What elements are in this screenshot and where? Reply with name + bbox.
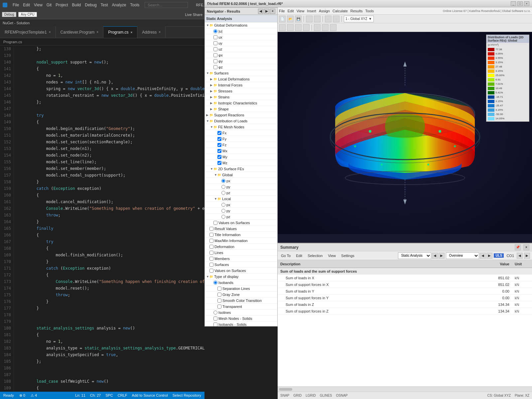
navigator-prev-button[interactable]: ◀ xyxy=(258,9,263,14)
rfem-lgrid[interactable]: LGRID xyxy=(306,394,316,397)
nav-tree-item[interactable]: ▼📁Local xyxy=(205,196,277,202)
overview-next-button[interactable]: ▶ xyxy=(486,253,492,259)
vs-menu-test[interactable]: Test xyxy=(101,3,108,7)
tb-render2[interactable]: ◎ xyxy=(322,24,329,31)
nav-tree-item[interactable]: ▼📁Global xyxy=(205,172,277,178)
tb-view2[interactable]: ⊟ xyxy=(287,24,294,31)
nav-tree-item[interactable]: pz xyxy=(205,190,277,196)
nav-item-input[interactable] xyxy=(209,239,213,243)
nav-tree-item[interactable]: Max/Min Information xyxy=(205,238,277,244)
nav-tree-item[interactable]: ▶📁Local Deformations xyxy=(205,76,277,82)
nav-item-input[interactable] xyxy=(209,233,213,237)
nav-tree-item[interactable]: ▼📁FE Mesh Nodes xyxy=(205,124,277,130)
tb-render3[interactable]: ○ xyxy=(330,24,336,31)
nav-tree-item[interactable]: Fy xyxy=(205,136,277,142)
nav-tree-item[interactable]: ▶📁Support Reactions xyxy=(205,112,277,118)
rfem-grid[interactable]: GRID xyxy=(293,394,302,397)
sum-edit-menu[interactable]: Edit xyxy=(295,254,304,258)
tb-view3[interactable]: ⊠ xyxy=(295,24,302,31)
nav-item-input[interactable] xyxy=(213,29,217,33)
vs-tab-2[interactable]: Program.cs × xyxy=(103,26,137,38)
nav-item-input[interactable] xyxy=(209,227,213,231)
sum-view-menu[interactable]: View xyxy=(327,254,337,258)
tb-view1[interactable]: ⊞ xyxy=(279,24,286,31)
rfem-menu-edit[interactable]: Edit xyxy=(288,9,294,13)
nav-tree-item[interactable]: px xyxy=(205,202,277,208)
overview-prev-button[interactable]: ◀ xyxy=(480,253,486,259)
tb-coord-dropdown[interactable]: 1 - Global XYZ ▼ xyxy=(344,16,374,22)
nav-tree-item[interactable]: ▶📁Isotropic Characteristics xyxy=(205,100,277,106)
nav-tree-item[interactable]: |u| xyxy=(205,28,277,34)
vs-menu-project[interactable]: Project xyxy=(56,3,68,7)
rfem-snap[interactable]: SNAP xyxy=(280,394,289,397)
tb-open-button[interactable]: 📂 xyxy=(287,16,294,22)
rfem-viewport[interactable]: Distribution of Loads (2D Surface FEs): … xyxy=(278,32,532,234)
nav-tree-item[interactable]: px xyxy=(205,178,277,184)
rfem-menu-insert[interactable]: Insert xyxy=(307,9,316,13)
nav-tree-item[interactable]: Surfaces xyxy=(205,262,277,268)
sum-goto-menu[interactable]: Go To xyxy=(280,254,292,258)
nav-tree-item[interactable]: ux xyxy=(205,34,277,40)
nav-item-input[interactable] xyxy=(217,137,221,141)
nav-tree-item[interactable]: ▼📁Global Deformations xyxy=(205,22,277,28)
rfem-menu-calculate[interactable]: Calculate xyxy=(332,9,348,13)
nav-tree-item[interactable]: Isolines xyxy=(205,310,277,316)
rfem-menu-view[interactable]: View xyxy=(297,9,305,13)
vs-search-input[interactable] xyxy=(145,2,188,8)
nav-item-input[interactable] xyxy=(221,203,225,207)
nav-tree-item[interactable]: uz xyxy=(205,46,277,52)
rfem-menu-results[interactable]: Results xyxy=(350,9,363,13)
vs-live-share[interactable]: Live Share xyxy=(185,13,202,17)
hscroll-thumb[interactable] xyxy=(279,388,292,391)
nav-item-input[interactable] xyxy=(217,293,221,297)
nav-tree-item[interactable]: Isobands - Solids xyxy=(205,322,277,326)
nav-tree-item[interactable]: pz xyxy=(205,214,277,220)
vs-tab-1[interactable]: Cantilever.Program × xyxy=(56,26,104,38)
nav-item-input[interactable] xyxy=(217,287,221,291)
navigator-next-button[interactable]: ▶ xyxy=(264,9,269,14)
nav-tree-item[interactable]: Fx xyxy=(205,130,277,136)
tb-render1[interactable]: ◉ xyxy=(314,24,321,31)
rfem-menu-file[interactable]: File xyxy=(279,9,285,13)
nav-item-input[interactable] xyxy=(217,149,221,153)
vs-menu-file[interactable]: File xyxy=(13,3,19,7)
rfem-glines[interactable]: GLINES xyxy=(320,394,332,397)
nav-tree-item[interactable]: My xyxy=(205,154,277,160)
nav-item-input[interactable] xyxy=(217,143,221,147)
nav-tree-item[interactable]: ▶📁Internal Forces xyxy=(205,82,277,88)
nav-tree-item[interactable]: py xyxy=(205,184,277,190)
nav-item-input[interactable] xyxy=(213,59,217,63)
nav-item-input[interactable] xyxy=(209,251,213,255)
nav-item-input[interactable] xyxy=(209,257,213,261)
nav-item-input[interactable] xyxy=(217,299,221,303)
nav-tree-item[interactable]: uy xyxy=(205,40,277,46)
nav-tree-item[interactable]: φy xyxy=(205,58,277,64)
nav-item-input[interactable] xyxy=(221,215,225,219)
vs-tab-0-close[interactable]: × xyxy=(49,30,51,34)
nav-item-input[interactable] xyxy=(217,131,221,135)
nav-item-input[interactable] xyxy=(213,41,217,45)
nav-tree-item[interactable]: Mesh Nodes - Solids xyxy=(205,316,277,322)
vs-menu-git[interactable]: Git xyxy=(47,3,52,7)
nav-item-input[interactable] xyxy=(209,269,213,273)
nav-item-input[interactable] xyxy=(217,305,221,309)
nav-item-input[interactable] xyxy=(221,179,225,183)
nav-item-input[interactable] xyxy=(213,317,217,321)
nav-tree-item[interactable]: Transparent xyxy=(205,304,277,310)
vs-menu-edit[interactable]: Edit xyxy=(23,3,30,7)
tb-redo-button[interactable]: ↪ xyxy=(314,16,321,22)
nav-tree-item[interactable]: Fz xyxy=(205,142,277,148)
rfem-maximize-button[interactable]: □ xyxy=(517,1,523,6)
nav-tree-item[interactable]: φx xyxy=(205,52,277,58)
tb-new-button[interactable]: 📄 xyxy=(279,16,286,22)
nav-tree-item[interactable]: Deformation xyxy=(205,244,277,250)
nav-tree-item[interactable]: py xyxy=(205,208,277,214)
vs-tab-2-close[interactable]: × xyxy=(130,31,132,34)
navigator-close-button[interactable]: × xyxy=(270,9,275,14)
nav-item-input[interactable] xyxy=(221,185,225,189)
tb-save-button[interactable]: 💾 xyxy=(295,16,302,22)
nav-item-input[interactable] xyxy=(221,209,225,213)
analysis-dropdown[interactable]: Static Analysis xyxy=(398,252,431,259)
overview-dropdown[interactable]: Overview xyxy=(446,252,479,259)
summary-close-button[interactable]: × xyxy=(523,244,529,250)
